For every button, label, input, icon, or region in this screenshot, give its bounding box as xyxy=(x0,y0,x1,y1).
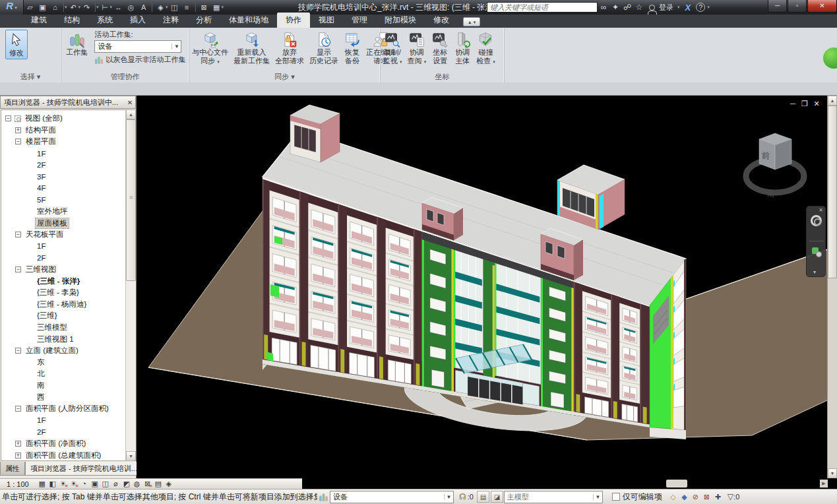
filter-icon[interactable]: ▽ xyxy=(728,492,733,501)
user-icon[interactable] xyxy=(649,5,655,11)
scroll-down-icon[interactable]: ▼ xyxy=(126,451,136,461)
scrollbar-thumb[interactable] xyxy=(126,119,136,281)
ribbon-tab-视图[interactable]: 视图 xyxy=(310,13,343,28)
subscription-icon[interactable]: ☍ xyxy=(621,3,633,12)
navigation-bar[interactable]: ✕ ▾ xyxy=(806,206,826,277)
drag-elements-on-selection-icon[interactable]: ✚ xyxy=(712,493,724,501)
tree-item[interactable]: +面积平面 (净面积) xyxy=(1,438,125,450)
tree-item[interactable]: {三维 - 李枭} xyxy=(1,287,125,299)
editable-only-checkbox[interactable] xyxy=(612,493,620,501)
worksharing-dialog-button[interactable]: ▤ xyxy=(477,491,489,503)
show-crop-region-icon[interactable]: ◫ xyxy=(100,480,111,488)
tree-item[interactable]: 1F xyxy=(1,241,125,253)
tree-item[interactable]: −面积平面 (人防分区面积) xyxy=(1,403,125,415)
close-button[interactable]: ✕ xyxy=(807,0,837,13)
select-underlay-elements-icon[interactable]: ◆ xyxy=(679,493,690,501)
viewport-vertical-scrollbar[interactable]: ▲ ▼ xyxy=(827,96,837,478)
view-close-button[interactable]: ✕ xyxy=(811,100,822,108)
sync-discard-button[interactable]: 放弃 全部请求 xyxy=(273,30,306,67)
tree-item[interactable]: 2F xyxy=(1,159,125,171)
application-menu-button[interactable]: R ▾ xyxy=(0,0,24,15)
ribbon-tab-附加模块[interactable]: 附加模块 xyxy=(376,13,425,28)
displace-elements-icon[interactable]: ◈ xyxy=(164,480,174,488)
qat-text-icon[interactable]: A xyxy=(138,1,149,13)
ribbon-tab-插入[interactable]: 插入 xyxy=(121,13,154,28)
qat-sync-with-central-icon[interactable]: ⌂ xyxy=(49,1,61,13)
ribbon-tab-结构[interactable]: 结构 xyxy=(55,13,88,28)
panel-tab-properties[interactable]: 属性 xyxy=(0,462,25,476)
scroll-up-icon[interactable]: ▲ xyxy=(828,96,837,106)
tree-item[interactable]: 三维模型 xyxy=(1,322,125,334)
qat-switch-windows-icon[interactable]: ▦ xyxy=(211,1,222,13)
collapse-icon[interactable]: − xyxy=(15,348,21,354)
sun-path-icon[interactable]: ☀✕ xyxy=(58,480,69,488)
qat-redo-icon[interactable]: ↷ xyxy=(81,1,92,13)
scale-button[interactable]: 1 : 100 xyxy=(7,480,29,488)
expand-icon[interactable]: + xyxy=(15,453,21,458)
editing-requests-icon[interactable]: ☊ xyxy=(459,492,466,501)
status-workset-combobox[interactable]: 设备▼ xyxy=(330,491,454,503)
tree-item[interactable]: 1F xyxy=(1,148,125,160)
sync-sync-button[interactable]: 与中心文件 同步 ▾ xyxy=(190,30,230,67)
detail-level-icon[interactable]: ▦ xyxy=(37,480,47,488)
exchange-apps-icon[interactable]: X xyxy=(685,3,691,13)
tree-item[interactable]: 3F xyxy=(1,171,125,183)
sync-restore-button[interactable]: 恢复 备份 xyxy=(342,30,363,67)
zoom-icon[interactable] xyxy=(812,247,819,254)
expand-icon[interactable]: + xyxy=(15,441,21,447)
tree-item[interactable]: 5F xyxy=(1,194,125,206)
tree-item[interactable]: 室外地坪 xyxy=(1,206,125,218)
shadows-icon[interactable]: ☀✕ xyxy=(69,480,79,488)
qat-thin-lines-icon[interactable]: ≡ xyxy=(181,1,193,13)
qat-default-3d-view-icon[interactable]: ◈ xyxy=(155,1,166,13)
expand-icon[interactable]: + xyxy=(15,127,21,133)
scrollbar-thumb[interactable] xyxy=(828,106,837,278)
help-icon[interactable]: ? xyxy=(696,3,705,12)
tree-item[interactable]: +面积平面 (总建筑面积) xyxy=(1,449,125,461)
tree-item[interactable]: 西 xyxy=(1,391,125,403)
collapse-icon[interactable]: − xyxy=(15,139,21,144)
coord-coordhost-button[interactable]: 协调 主体 xyxy=(452,30,473,67)
search-input[interactable] xyxy=(487,2,598,13)
tree-item[interactable]: {三维 - 张洋} xyxy=(1,275,125,287)
tree-item[interactable]: 4F xyxy=(1,183,125,195)
tree-item[interactable]: 三维视图 1 xyxy=(1,333,125,345)
collapse-icon[interactable]: − xyxy=(15,267,21,272)
tree-item[interactable]: −天花板平面 xyxy=(1,229,125,241)
ribbon-tab-分析[interactable]: 分析 xyxy=(187,13,220,28)
ribbon-tab-注释[interactable]: 注释 xyxy=(154,13,187,28)
design-option-combobox[interactable]: 主模型▼ xyxy=(504,491,603,503)
select-links-icon[interactable]: ◇ xyxy=(667,493,679,501)
qat-tag-by-category-icon[interactable]: ◎ xyxy=(125,1,137,13)
ribbon-tab-系统[interactable]: 系统 xyxy=(88,13,121,28)
sync-reload-button[interactable]: 重新载入 最新工作集 xyxy=(232,30,272,67)
tree-item[interactable]: 2F xyxy=(1,426,125,438)
exclude-options-button[interactable]: ◪ xyxy=(491,491,503,503)
qat-undo-icon[interactable]: ↶ xyxy=(68,1,79,13)
tree-item[interactable]: {三维 - 杨雨迪} xyxy=(1,299,125,311)
tree-item[interactable]: −立面 (建筑立面) xyxy=(1,345,125,357)
scroll-down-icon[interactable]: ▼ xyxy=(828,468,837,478)
collapse-icon[interactable]: − xyxy=(15,406,21,412)
help-dropdown-icon[interactable]: ▾ xyxy=(707,5,710,10)
ribbon-tab-协作[interactable]: 协作 xyxy=(277,13,310,28)
steering-wheel-icon[interactable] xyxy=(811,215,822,226)
browser-scrollbar[interactable]: ▲ ▼ xyxy=(125,110,135,461)
tree-item[interactable]: 1F xyxy=(1,414,125,426)
coord-interference-button[interactable]: 碰撞 检查 ▾ xyxy=(474,30,497,67)
favorites-star-icon[interactable]: ☆ xyxy=(633,3,645,12)
horizontal-scrollbar-thumb[interactable] xyxy=(666,480,687,488)
tree-item[interactable]: {三维} xyxy=(1,310,125,322)
search-icon[interactable]: ∞ xyxy=(598,3,609,12)
worksets-button[interactable]: 工作集 xyxy=(64,30,90,58)
project-browser-titlebar[interactable]: 项目浏览器 - 技师学院机电培训中... ✕ xyxy=(0,96,136,109)
3d-view-canvas[interactable]: 前南东 xyxy=(137,96,837,478)
signin-dropdown-icon[interactable]: ▾ xyxy=(677,5,680,10)
qat-close-hidden-windows-icon[interactable]: ⊠ xyxy=(199,1,210,13)
sign-in-label[interactable]: 登录 xyxy=(659,3,673,13)
tree-item[interactable]: −三维视图 xyxy=(1,264,125,276)
render-icon[interactable]: ◔ xyxy=(79,480,90,488)
qat-open-icon[interactable]: ▱ xyxy=(24,1,36,13)
collapse-icon[interactable]: − xyxy=(5,115,11,121)
sync-history-button[interactable]: 显示 历史记录 xyxy=(307,30,340,67)
